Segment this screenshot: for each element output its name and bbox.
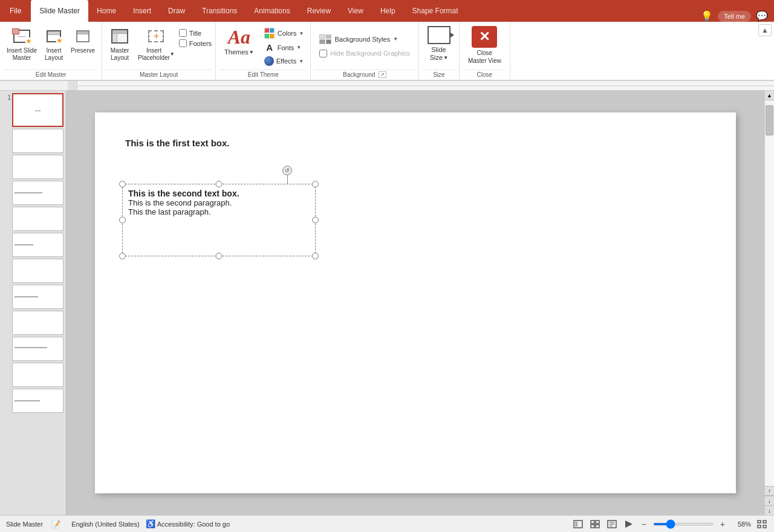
zoom-out-button[interactable]: − bbox=[640, 519, 648, 529]
zoom-value-label[interactable]: 58% bbox=[732, 521, 751, 528]
rotate-circle-icon[interactable]: ↺ bbox=[282, 166, 292, 175]
fit-to-window-button[interactable] bbox=[756, 519, 768, 530]
colors-button[interactable]: Colors ▼ bbox=[261, 27, 307, 40]
tell-me-input[interactable]: Tell me bbox=[718, 11, 751, 22]
tab-help[interactable]: Help bbox=[372, 0, 404, 22]
collapse-ribbon-button[interactable]: ▲ bbox=[758, 22, 774, 80]
slide-thumb-11[interactable] bbox=[12, 363, 63, 387]
reading-view-button[interactable] bbox=[606, 519, 618, 530]
notes-button[interactable]: 📝 bbox=[49, 519, 63, 530]
themes-label: Themes ▼ bbox=[224, 48, 254, 56]
status-bar-right: − + 58% bbox=[572, 519, 768, 530]
slide-thumb-10[interactable] bbox=[12, 337, 63, 361]
effects-button[interactable]: Effects ▼ bbox=[261, 55, 307, 67]
footers-checkbox[interactable]: Footers bbox=[179, 39, 212, 47]
slide-size-button[interactable]: Slide Size ▼ bbox=[423, 24, 455, 63]
zoom-slider[interactable] bbox=[653, 523, 714, 525]
slide-thumb-1[interactable]: ▬ ▬ bbox=[12, 93, 63, 127]
slide-mode-label: Slide Master bbox=[6, 521, 43, 528]
slide-thumb-8[interactable] bbox=[12, 285, 63, 309]
group-edit-master-label: Edit Master bbox=[4, 70, 98, 80]
tab-home[interactable]: Home bbox=[88, 0, 125, 22]
background-expand-icon[interactable]: ↗ bbox=[379, 71, 386, 78]
tab-shape-format[interactable]: Shape Format bbox=[404, 0, 467, 22]
fonts-button[interactable]: A Fonts ▼ bbox=[261, 41, 307, 54]
slide-thumb-2[interactable] bbox=[12, 129, 63, 153]
themes-button[interactable]: Aa Themes ▼ bbox=[220, 24, 259, 57]
slide-textbox1: This is the first text box. bbox=[125, 138, 230, 148]
handle-bl[interactable] bbox=[119, 253, 126, 259]
slide-thumb-container-3 bbox=[2, 155, 63, 179]
insert-layout-button[interactable]: ★ InsertLayout bbox=[41, 24, 67, 63]
comment-icon[interactable]: 💬 bbox=[756, 10, 768, 22]
slide-textbox2[interactable]: This is the second text box. This is the… bbox=[123, 185, 316, 220]
group-size: Slide Size ▼ Size bbox=[419, 22, 460, 80]
slide-size-icon bbox=[428, 26, 450, 44]
lightbulb-icon[interactable]: 💡 bbox=[701, 10, 713, 22]
slide-panel: 1 ▬ ▬ bbox=[0, 91, 67, 515]
hide-bg-graphics-checkbox[interactable]: Hide Background Graphics bbox=[316, 48, 413, 59]
tab-insert[interactable]: Insert bbox=[125, 0, 160, 22]
slide-thumb-5[interactable] bbox=[12, 207, 63, 231]
slide-thumb-9[interactable] bbox=[12, 311, 63, 335]
accessibility-status[interactable]: ♿ Accessibility: Good to go bbox=[146, 519, 230, 528]
slide-thumb-3[interactable] bbox=[12, 155, 63, 179]
slideshow-view-button[interactable] bbox=[623, 519, 635, 530]
group-master-layout-content: MasterLayout + InsertPlaceholder ▼ Tit bbox=[106, 22, 212, 70]
tab-slide-master[interactable]: Slide Master bbox=[31, 0, 88, 22]
insert-layout-icon: ★ bbox=[44, 26, 63, 47]
scroll-down-button[interactable]: ↓ bbox=[765, 496, 774, 505]
footers-checkbox-label: Footers bbox=[189, 40, 212, 47]
ribbon-tabs-row: File Slide Master Home Insert Draw Trans… bbox=[0, 0, 774, 22]
master-layout-button[interactable]: MasterLayout bbox=[106, 24, 134, 63]
handle-bc[interactable] bbox=[216, 253, 223, 259]
insert-slide-master-button[interactable]: ★ Insert SlideMaster bbox=[4, 24, 40, 63]
scroll-next-slide-button[interactable]: ↓ bbox=[765, 505, 774, 515]
insert-placeholder-button[interactable]: + InsertPlaceholder ▼ bbox=[135, 24, 178, 63]
hide-bg-check-input[interactable] bbox=[319, 50, 327, 57]
scroll-prev-slide-button[interactable]: ↑ bbox=[765, 486, 774, 496]
svg-marker-11 bbox=[625, 521, 633, 528]
slide-thumb-6[interactable] bbox=[12, 233, 63, 257]
slide-thumb-container-10 bbox=[2, 337, 63, 361]
zoom-in-button[interactable]: + bbox=[718, 519, 727, 529]
language-label: English (United States) bbox=[71, 521, 140, 528]
handle-br[interactable] bbox=[312, 253, 319, 259]
slide-sorter-view-button[interactable] bbox=[589, 519, 601, 530]
group-edit-theme-content: Aa Themes ▼ bbox=[220, 22, 307, 70]
insert-layout-label: InsertLayout bbox=[45, 47, 63, 62]
tab-draw[interactable]: Draw bbox=[160, 0, 194, 22]
normal-view-button[interactable] bbox=[572, 519, 584, 530]
group-master-layout: MasterLayout + InsertPlaceholder ▼ Tit bbox=[102, 22, 216, 80]
svg-rect-4 bbox=[596, 521, 599, 524]
svg-rect-5 bbox=[591, 525, 594, 528]
app-window: File Slide Master Home Insert Draw Trans… bbox=[0, 0, 774, 532]
tab-animations[interactable]: Animations bbox=[246, 0, 298, 22]
rotate-handle[interactable]: ↺ bbox=[282, 166, 292, 184]
close-master-view-button[interactable]: ✕ CloseMaster View bbox=[463, 24, 506, 66]
slide-thumb-12[interactable] bbox=[12, 389, 63, 413]
scroll-up-button[interactable]: ▲ bbox=[765, 91, 774, 100]
insert-placeholder-icon: + bbox=[145, 26, 167, 47]
background-styles-button[interactable]: Background Styles ▼ bbox=[316, 33, 413, 46]
slide-canvas[interactable]: This is the first text box. ↺ bbox=[95, 112, 736, 493]
right-scrollbar: ▲ ↑ ↓ ↓ bbox=[764, 91, 774, 515]
title-checkbox[interactable]: Title bbox=[179, 29, 212, 37]
background-styles-icon bbox=[319, 34, 331, 44]
scroll-thumb[interactable] bbox=[766, 105, 773, 135]
tab-transitions[interactable]: Transitions bbox=[194, 0, 246, 22]
slide-thumb-container-12 bbox=[2, 389, 63, 413]
svg-rect-2 bbox=[575, 522, 577, 527]
tab-review[interactable]: Review bbox=[299, 0, 339, 22]
slide-thumb-7[interactable] bbox=[12, 259, 63, 283]
tab-file[interactable]: File bbox=[0, 0, 31, 22]
tab-view[interactable]: View bbox=[339, 0, 372, 22]
footers-check-input[interactable] bbox=[179, 39, 187, 47]
themes-dropdown-arrow: ▼ bbox=[249, 50, 254, 55]
ribbon-right-icons: 💡 Tell me 💬 bbox=[701, 10, 774, 22]
preserve-icon bbox=[73, 26, 93, 47]
slide-thumb-4[interactable] bbox=[12, 181, 63, 205]
preserve-button[interactable]: Preserve bbox=[68, 24, 98, 56]
title-check-input[interactable] bbox=[179, 29, 187, 37]
svg-rect-13 bbox=[763, 521, 766, 523]
